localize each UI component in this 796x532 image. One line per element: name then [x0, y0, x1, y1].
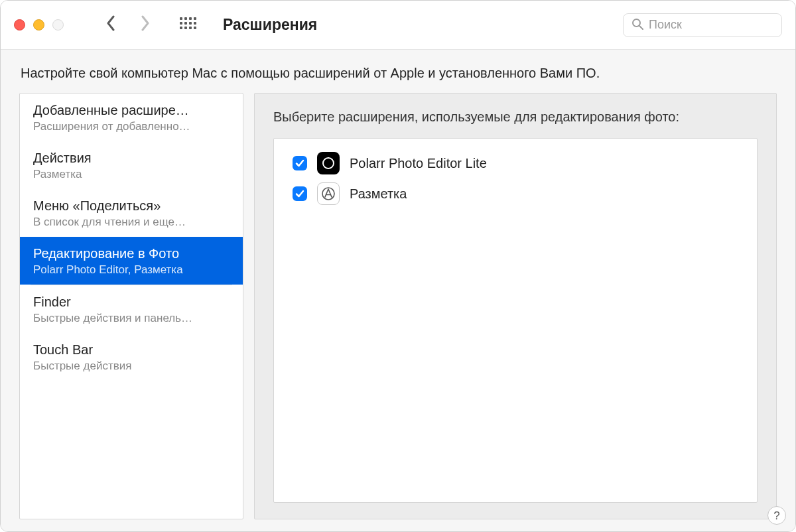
- sidebar-item-label: Добавленные расшире…: [33, 101, 230, 119]
- chevron-left-icon: [106, 15, 115, 31]
- svg-rect-11: [194, 27, 196, 29]
- panels: Добавленные расшире… Расширения от добав…: [19, 93, 777, 519]
- forward-button[interactable]: [138, 15, 153, 34]
- extension-list: Polarr Photo Editor Lite: [273, 138, 758, 503]
- svg-rect-2: [189, 17, 192, 20]
- sidebar-item-added-extensions[interactable]: Добавленные расшире… Расширения от добав…: [20, 94, 243, 141]
- close-button[interactable]: [14, 19, 25, 31]
- window-controls: [14, 19, 64, 31]
- svg-rect-10: [189, 27, 192, 29]
- sidebar-item-share-menu[interactable]: Меню «Поделиться» В список для чтения и …: [20, 189, 243, 237]
- sidebar-item-photo-editing[interactable]: Редактирование в Фото Polarr Photo Edito…: [20, 237, 243, 285]
- sidebar-item-label: Редактирование в Фото: [33, 245, 230, 263]
- svg-rect-4: [180, 22, 182, 25]
- check-icon: [295, 189, 304, 198]
- search-input[interactable]: [649, 18, 796, 32]
- extension-label: Polarr Photo Editor Lite: [350, 156, 487, 171]
- svg-rect-3: [194, 17, 196, 20]
- svg-rect-0: [180, 17, 182, 20]
- detail-panel: Выберите расширения, используемые для ре…: [254, 93, 777, 519]
- svg-rect-7: [194, 22, 196, 25]
- extension-row: Разметка: [274, 178, 757, 209]
- sidebar-item-sublabel: В список для чтения и еще…: [33, 215, 230, 230]
- sidebar-item-sublabel: Polarr Photo Editor, Разметка: [33, 263, 230, 278]
- svg-rect-1: [184, 17, 187, 20]
- svg-line-13: [639, 26, 643, 29]
- svg-rect-5: [184, 22, 187, 25]
- back-button[interactable]: [103, 15, 118, 34]
- sidebar-item-actions[interactable]: Действия Разметка: [20, 141, 243, 189]
- chevron-right-icon: [141, 15, 150, 31]
- zoom-button: [52, 19, 64, 31]
- svg-point-14: [323, 158, 334, 168]
- markup-icon: [317, 182, 340, 205]
- minimize-button[interactable]: [33, 19, 44, 31]
- extension-checkbox[interactable]: [293, 156, 307, 170]
- page-title: Расширения: [223, 16, 317, 34]
- svg-rect-8: [180, 27, 182, 29]
- grid-icon: [179, 17, 196, 34]
- extension-label: Разметка: [350, 186, 407, 202]
- sidebar-item-label: Touch Bar: [33, 341, 230, 359]
- show-all-button[interactable]: [179, 17, 196, 34]
- preferences-window: Расширения Настройте свой компьютер Mac …: [0, 0, 796, 532]
- detail-heading: Выберите расширения, используемые для ре…: [273, 109, 758, 125]
- titlebar: Расширения: [1, 1, 795, 50]
- sidebar-item-sublabel: Разметка: [33, 167, 230, 182]
- description-text: Настройте свой компьютер Mac с помощью р…: [19, 66, 777, 81]
- check-icon: [295, 159, 304, 168]
- sidebar-item-touch-bar[interactable]: Touch Bar Быстрые действия: [20, 333, 243, 381]
- extension-row: Polarr Photo Editor Lite: [274, 148, 757, 178]
- sidebar-item-label: Действия: [33, 149, 230, 167]
- sidebar-item-label: Меню «Поделиться»: [33, 197, 230, 215]
- nav-arrows: [103, 15, 153, 34]
- sidebar-item-sublabel: Быстрые действия: [33, 359, 230, 374]
- sidebar-item-sublabel: Расширения от добавленно…: [33, 119, 230, 135]
- content-area: Настройте свой компьютер Mac с помощью р…: [1, 50, 795, 531]
- extension-checkbox[interactable]: [293, 186, 307, 201]
- polarr-icon: [317, 152, 340, 174]
- svg-rect-6: [189, 22, 192, 25]
- svg-rect-9: [184, 27, 187, 29]
- category-sidebar: Добавленные расшире… Расширения от добав…: [19, 93, 243, 519]
- search-field-wrap[interactable]: [623, 13, 782, 37]
- sidebar-item-label: Finder: [33, 293, 230, 311]
- sidebar-item-sublabel: Быстрые действия и панель…: [33, 311, 230, 326]
- search-icon: [631, 18, 643, 33]
- help-button[interactable]: ?: [767, 506, 786, 525]
- sidebar-item-finder[interactable]: Finder Быстрые действия и панель…: [20, 285, 243, 333]
